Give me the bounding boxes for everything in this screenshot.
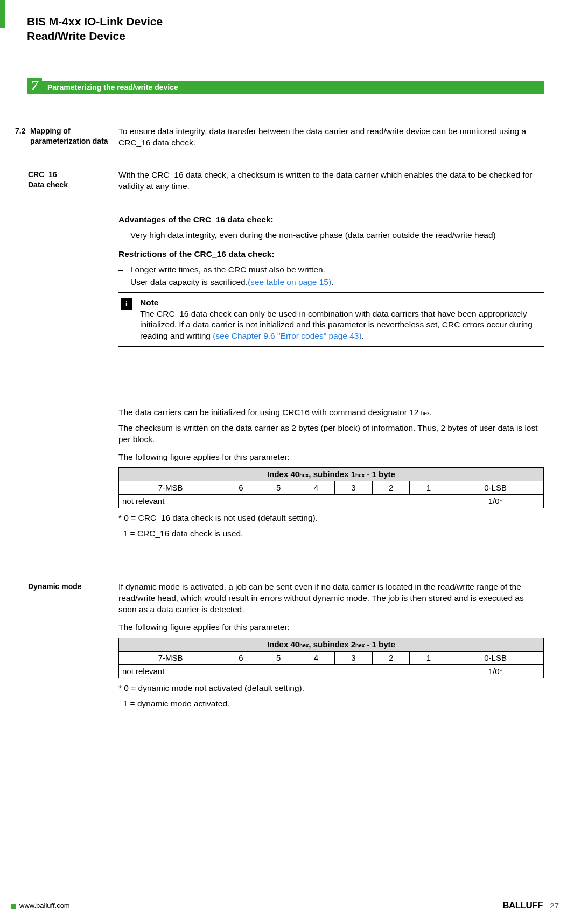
- dynamic-label: Dynamic mode: [28, 582, 114, 592]
- subsection-7-2-label: 7.2 Mapping of parameterization data: [15, 126, 109, 146]
- footer-green-square-icon: [11, 904, 16, 909]
- footer-url: www.balluff.com: [19, 901, 70, 909]
- dynamic-block: If dynamic mode is activated, a job can …: [118, 582, 544, 714]
- page-header: BIS M-4xx IO-Link Device Read/Write Devi…: [27, 14, 163, 44]
- info-icon: i: [121, 298, 132, 310]
- table-page-15-link[interactable]: (see table on page 15): [248, 277, 331, 286]
- section-number: 7: [31, 78, 38, 93]
- subsection-number: 7.2: [15, 126, 28, 136]
- dynamic-table-value-row: not relevant 1/0*: [119, 665, 544, 678]
- error-codes-link[interactable]: (see Chapter 9.6 "Error codes" page 43): [213, 331, 361, 340]
- crc16-table-caption: Index 40hex, subindex 1hex - 1 byte: [119, 467, 544, 481]
- footer-brand: BALLUFF: [502, 900, 543, 911]
- crc16-desc: With the CRC_16 data check, a checksum i…: [118, 170, 544, 197]
- crc16-footnote-one: 1 = CRC_16 data check is used.: [118, 528, 544, 540]
- page-footer: www.balluff.com BALLUFF 27: [0, 901, 574, 912]
- advantages-heading: Advantages of the CRC_16 data check:: [118, 214, 544, 226]
- dynamic-desc: If dynamic mode is activated, a job can …: [118, 582, 544, 615]
- subsection-title: Mapping of parameterization data: [30, 126, 108, 146]
- subsection-7-2-intro: To ensure data integrity, data transfer …: [118, 126, 544, 153]
- dynamic-figure-line: The following figure applies for this pa…: [118, 622, 544, 633]
- dynamic-param-table: Index 40hex, subindex 2hex - 1 byte 7-MS…: [118, 638, 544, 679]
- crc16-label: CRC_16 Data check: [28, 170, 114, 190]
- section-bar: 7 Parameterizing the read/write device: [27, 81, 544, 94]
- crc16-footnote-star: * 0 = CRC_16 data check is not used (def…: [118, 513, 544, 524]
- advantages-item: Very high data integrity, even during th…: [118, 230, 544, 241]
- restrictions-item: User data capacity is sacrificed.(see ta…: [118, 277, 544, 288]
- note-box: i Note The CRC_16 data check can only be…: [118, 292, 544, 347]
- section-number-box: 7: [27, 78, 42, 94]
- section-title: Parameterizing the read/write device: [42, 81, 544, 94]
- restrictions-item: Longer write times, as the CRC must also…: [118, 264, 544, 276]
- crc16-details: Advantages of the CRC_16 data check: Ver…: [118, 214, 544, 347]
- note-label: Note: [140, 297, 544, 309]
- crc16-figure-line: The following figure applies for this pa…: [118, 452, 544, 463]
- dynamic-table-bits-row: 7-MSB 6 5 4 3 2 1 0-LSB: [119, 651, 544, 664]
- restrictions-heading: Restrictions of the CRC_16 data check:: [118, 249, 544, 260]
- dynamic-table-caption: Index 40hex, subindex 2hex - 1 byte: [119, 638, 544, 651]
- green-accent-tab: [0, 0, 5, 28]
- crc16-param-table: Index 40hex, subindex 1hex - 1 byte 7-MS…: [118, 467, 544, 509]
- page-number: 27: [545, 901, 559, 910]
- dynamic-footnote-star: * 0 = dynamic mode not activated (defaul…: [118, 683, 544, 694]
- crc16-init-p2: The checksum is written on the data carr…: [118, 423, 544, 445]
- restrictions-list: Longer write times, as the CRC must also…: [118, 264, 544, 288]
- crc16-table-value-row: not relevant 1/0*: [119, 495, 544, 508]
- crc16-init-p1: The data carriers can be initialized for…: [118, 407, 544, 418]
- crc16-table-bits-row: 7-MSB 6 5 4 3 2 1 0-LSB: [119, 481, 544, 494]
- header-line-2: Read/Write Device: [27, 29, 163, 43]
- crc16-init-block: The data carriers can be initialized for…: [118, 407, 544, 544]
- advantages-list: Very high data integrity, even during th…: [118, 230, 544, 241]
- header-line-1: BIS M-4xx IO-Link Device: [27, 14, 163, 29]
- dynamic-footnote-one: 1 = dynamic mode activated.: [118, 698, 544, 710]
- note-text: Note The CRC_16 data check can only be u…: [140, 297, 544, 342]
